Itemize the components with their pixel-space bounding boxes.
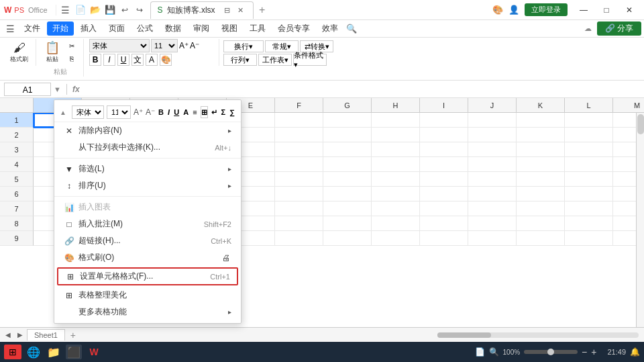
cm-filter[interactable]: ▼ 筛选(L) ▸ — [54, 161, 241, 177]
col-header-I[interactable]: I — [420, 98, 468, 112]
col-header-L[interactable]: L — [565, 98, 613, 112]
cell-F9[interactable] — [275, 231, 323, 246]
format-brush-btn[interactable]: 🖌 格式刷 — [9, 39, 30, 66]
row-header-2[interactable]: 2 — [0, 128, 34, 142]
save-btn[interactable]: 💾 — [103, 3, 117, 17]
mt-font-decrease[interactable]: A⁻ — [146, 107, 155, 117]
cell-J2[interactable] — [468, 128, 517, 142]
cell-L1[interactable] — [565, 113, 613, 128]
cell-H9[interactable] — [372, 231, 420, 246]
add-sheet-btn[interactable]: + — [66, 330, 80, 341]
new-btn[interactable]: 📄 — [74, 3, 87, 17]
redo-btn[interactable]: ↪ — [133, 3, 146, 17]
cell-I5[interactable] — [420, 172, 468, 187]
zoom-out-btn[interactable]: − — [582, 347, 587, 357]
cell-F8[interactable] — [275, 216, 323, 231]
hamburger-icon[interactable]: ☰ — [3, 21, 17, 36]
close-button[interactable]: ✕ — [619, 3, 640, 17]
row-col-btn[interactable]: 行列▾ — [223, 54, 257, 66]
row-header-1[interactable]: 1 — [0, 113, 34, 128]
vertical-scrollbar[interactable] — [636, 113, 644, 342]
maximize-button[interactable]: □ — [596, 3, 617, 17]
mt-wrap-btn[interactable]: ↵ — [211, 106, 218, 118]
menu-member[interactable]: 会员专享 — [272, 21, 315, 36]
cm-pick-from-list[interactable]: 从下拉列表中选择(K)... Alt+↓ — [54, 139, 241, 156]
cell-K1[interactable] — [517, 113, 565, 128]
cell-F3[interactable] — [275, 142, 323, 157]
cell-G3[interactable] — [323, 142, 372, 157]
mt-font-name[interactable]: 宋体 — [72, 105, 104, 119]
sheet-tab-1[interactable]: Sheet1 — [27, 329, 65, 341]
cell-I2[interactable] — [420, 128, 468, 142]
tab-menu-btn[interactable]: ⊟ — [222, 5, 233, 15]
strikethrough-btn[interactable]: 文 — [131, 54, 144, 66]
col-header-J[interactable]: J — [468, 98, 517, 112]
cell-G9[interactable] — [323, 231, 372, 246]
cell-J7[interactable] — [468, 201, 517, 216]
cell-G6[interactable] — [323, 187, 372, 201]
col-header-K[interactable]: K — [517, 98, 565, 112]
taskbar-icon-folder[interactable]: 📁 — [46, 345, 62, 359]
menu-hamburger[interactable]: ☰ — [59, 3, 72, 17]
menu-insert[interactable]: 插入 — [75, 21, 102, 36]
mt-bold-btn[interactable]: B — [158, 106, 164, 118]
corner-cell[interactable] — [0, 98, 34, 112]
prev-sheet-btn[interactable]: ◀ — [3, 330, 13, 341]
start-button[interactable]: ⊞ — [4, 345, 21, 359]
cm-table-beautify[interactable]: ⊞ 表格整理美化 — [54, 287, 241, 304]
cm-more-table[interactable]: 更多表格功能 ▸ — [54, 304, 241, 320]
cond-format-btn[interactable]: 条件格式▾ — [293, 54, 327, 66]
row-header-6[interactable]: 6 — [0, 187, 34, 201]
italic-btn[interactable]: I — [103, 54, 115, 66]
wrap-text-btn[interactable]: 换行▾ — [223, 40, 264, 52]
cell-L2[interactable] — [565, 128, 613, 142]
cell-L5[interactable] — [565, 172, 613, 187]
scroll-thumb[interactable] — [637, 114, 644, 134]
cm-hyperlink[interactable]: 🔗 超链接(H)... Ctrl+K — [54, 232, 241, 249]
mt-font-size[interactable]: 11 — [107, 105, 131, 119]
col-header-H[interactable]: H — [372, 98, 420, 112]
mt-font-increase[interactable]: A⁺ — [133, 107, 143, 117]
menu-page[interactable]: 页面 — [103, 21, 130, 36]
cm-insert-note[interactable]: □ 插入批注(M) Shift+F2 — [54, 216, 241, 232]
cell-I7[interactable] — [420, 201, 468, 216]
zoom-slider[interactable] — [524, 350, 578, 354]
mt-font-color-btn[interactable]: A — [182, 106, 189, 118]
menu-review[interactable]: 审阅 — [188, 21, 215, 36]
work-sheet-btn[interactable]: 工作表▾ — [258, 54, 292, 66]
cell-F1[interactable] — [275, 113, 323, 128]
row-header-3[interactable]: 3 — [0, 142, 34, 157]
cell-K7[interactable] — [517, 201, 565, 216]
cell-L4[interactable] — [565, 157, 613, 172]
font-size-select[interactable]: 11 — [151, 39, 178, 52]
cell-K8[interactable] — [517, 216, 565, 231]
cell-H6[interactable] — [372, 187, 420, 201]
row-header-7[interactable]: 7 — [0, 201, 34, 216]
cell-J8[interactable] — [468, 216, 517, 231]
cell-L9[interactable] — [565, 231, 613, 246]
mini-toolbar-collapse[interactable]: ▲ — [60, 109, 66, 116]
cell-F2[interactable] — [275, 128, 323, 142]
account-icon[interactable]: 👤 — [508, 5, 519, 15]
bg-color-btn[interactable]: 🎨 — [160, 54, 172, 66]
cell-G2[interactable] — [323, 128, 372, 142]
taskbar-icon-terminal[interactable]: ⬛ — [66, 345, 82, 359]
cell-K6[interactable] — [517, 187, 565, 201]
view-normal-btn[interactable]: 📄 — [475, 347, 485, 357]
cell-I8[interactable] — [420, 216, 468, 231]
cell-I1[interactable] — [420, 113, 468, 128]
search-btn[interactable]: 🔍 — [345, 22, 358, 36]
cell-reference[interactable]: A1 — [4, 83, 51, 96]
cell-J5[interactable] — [468, 172, 517, 187]
share-button[interactable]: 🔗 分享 — [597, 21, 641, 36]
cell-G7[interactable] — [323, 201, 372, 216]
menu-tools[interactable]: 工具 — [244, 21, 271, 36]
cut-btn[interactable]: ✂ — [64, 40, 79, 52]
cell-F4[interactable] — [275, 157, 323, 172]
row-header-8[interactable]: 8 — [0, 216, 34, 231]
bold-btn[interactable]: B — [89, 54, 101, 66]
cm-clear-content[interactable]: ✕ 清除内容(N) ▸ — [54, 122, 241, 139]
cell-I9[interactable] — [420, 231, 468, 246]
paste-btn[interactable]: 📋 粘贴 — [42, 39, 63, 66]
mt-underline-btn[interactable]: U — [173, 106, 180, 118]
